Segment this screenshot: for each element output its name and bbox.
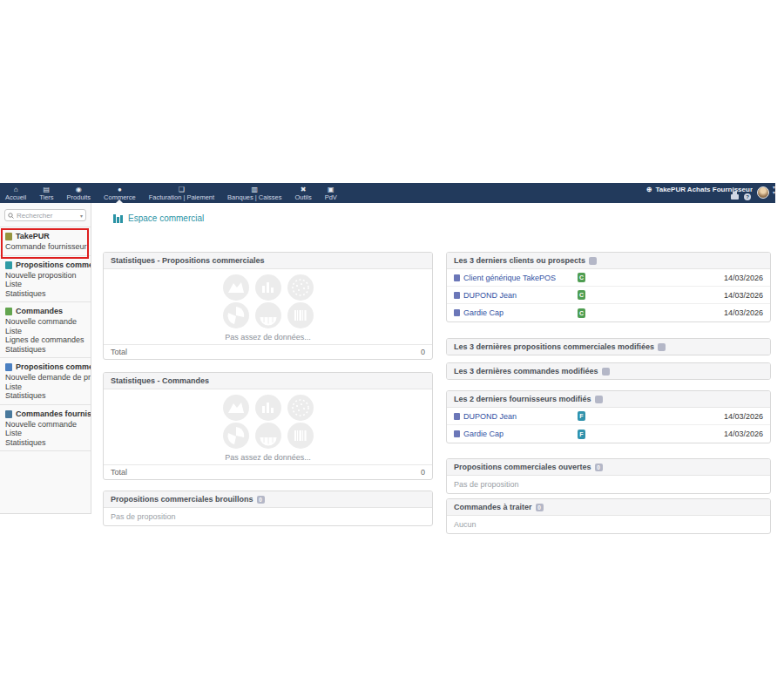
box-title: Commandes à traiter bbox=[454, 503, 532, 511]
sidebar-section-heading[interactable]: Commandes fournisseurs bbox=[5, 409, 91, 420]
total-label: Total bbox=[111, 348, 127, 356]
main-menu: ⌂ Accueil ▤ Tiers ◉ Produits ● Commerce … bbox=[5, 183, 337, 203]
sidebar-section-heading[interactable]: TakePUR bbox=[5, 231, 91, 242]
application-window: ⌂ Accueil ▤ Tiers ◉ Produits ● Commerce … bbox=[0, 183, 775, 514]
client-name: Gardie Cap bbox=[463, 308, 504, 317]
chevron-down-icon: ▾ bbox=[773, 190, 775, 195]
menu-item-facturation[interactable]: ❏ Facturation | Paiement bbox=[149, 183, 214, 203]
row-date: 14/03/2026 bbox=[711, 274, 763, 282]
customer-status-badge: C bbox=[578, 290, 585, 300]
sidebar-item-lignes-de-commandes[interactable]: Lignes de commandes bbox=[5, 335, 91, 345]
page-title: Espace commercial bbox=[113, 213, 204, 223]
caret-down-icon[interactable]: ▾ bbox=[80, 213, 83, 219]
total-label: Total bbox=[111, 468, 127, 477]
box-title: Les 3 dernières propositions commerciale… bbox=[454, 342, 654, 351]
box-header: Commandes à traiter 0 bbox=[447, 499, 770, 516]
sidebar-section-commandes: Commandes Nouvelle commande Liste Lignes… bbox=[0, 301, 91, 357]
cart-icon: ● bbox=[118, 186, 122, 193]
supplier-name: Gardie Cap bbox=[463, 430, 504, 438]
sidebar-item-statistiques[interactable]: Statistiques bbox=[5, 345, 91, 355]
table-row: Gardie Cap C 14/03/2026 bbox=[447, 304, 770, 321]
help-icon[interactable]: ? bbox=[744, 193, 751, 200]
sidebar-item-liste[interactable]: Liste bbox=[5, 429, 91, 438]
supplier-order-icon bbox=[5, 410, 12, 418]
no-data-text: Pas assez de données... bbox=[104, 453, 432, 462]
module-takepur-icon bbox=[5, 233, 12, 240]
customer-status-badge: C bbox=[578, 308, 585, 318]
barcode-chart-icon bbox=[287, 302, 314, 328]
sidebar-item-nouvelle-commande[interactable]: Nouvelle commande bbox=[5, 317, 91, 327]
menu-item-banques[interactable]: ▥ Banques | Caisses bbox=[227, 183, 281, 203]
user-menu-chevrons[interactable]: ▾ ▾ bbox=[773, 185, 775, 195]
sidebar-section-heading[interactable]: Propositions commerciales bbox=[5, 260, 91, 271]
last-clients-box: Les 3 derniers clients ou prospects Clie… bbox=[446, 252, 771, 322]
menu-item-label: Outils bbox=[295, 193, 312, 201]
last-orders-modified-box: Les 3 dernières commandes modifiées bbox=[446, 362, 771, 380]
row-date: 14/03/2026 bbox=[711, 291, 763, 300]
row-date: 14/03/2026 bbox=[711, 430, 763, 438]
sidebar-heading-label: Commandes bbox=[16, 306, 63, 317]
proposal-icon bbox=[5, 261, 12, 269]
row-date: 14/03/2026 bbox=[711, 308, 763, 317]
sidebar-item-liste[interactable]: Liste bbox=[5, 280, 91, 289]
box-title: Les 3 dernières commandes modifiées bbox=[454, 367, 598, 376]
chart-placeholder: Pas assez de données... bbox=[104, 269, 432, 344]
sidebar-item-commande-fournisseur[interactable]: Commande fournisseur bbox=[5, 242, 91, 252]
sidebar-item-nouvelle-demande-de-prix[interactable]: Nouvelle demande de prix bbox=[5, 373, 91, 382]
menu-item-accueil[interactable]: ⌂ Accueil bbox=[5, 183, 26, 203]
total-value: 0 bbox=[421, 468, 425, 477]
client-link[interactable]: Client générique TakePOS bbox=[454, 274, 578, 282]
menu-item-label: PdV bbox=[325, 193, 337, 201]
client-link[interactable]: DUPOND Jean bbox=[454, 291, 578, 300]
products-icon: ◉ bbox=[76, 186, 82, 193]
sidebar-section-heading[interactable]: Propositions commerciale ... bbox=[5, 362, 91, 373]
supplier-status-badge: F bbox=[578, 411, 585, 421]
supplier-link[interactable]: Gardie Cap bbox=[454, 430, 578, 438]
chart-placeholder: Pas assez de données... bbox=[104, 389, 432, 464]
sidebar-item-statistiques[interactable]: Statistiques bbox=[5, 391, 91, 401]
stats-proposals-box: Statistiques - Propositions commerciales… bbox=[103, 252, 433, 360]
sidebar-item-statistiques[interactable]: Statistiques bbox=[5, 438, 91, 448]
sidebar-item-nouvelle-commande[interactable]: Nouvelle commande bbox=[5, 420, 91, 430]
sidebar-heading-label: Propositions commerciales bbox=[16, 260, 91, 271]
box-header: Statistiques - Propositions commerciales bbox=[104, 253, 432, 269]
menu-item-label: Tiers bbox=[39, 193, 53, 201]
topbar-quick-icons: ? bbox=[731, 193, 751, 200]
area-chart-icon bbox=[223, 395, 249, 421]
client-link[interactable]: Gardie Cap bbox=[454, 308, 578, 317]
sidebar-item-liste[interactable]: Liste bbox=[5, 327, 91, 336]
row-date: 14/03/2026 bbox=[711, 412, 763, 421]
box-header: Propositions commerciales ouvertes 0 bbox=[447, 459, 770, 476]
menu-item-pdv[interactable]: ▣ PdV bbox=[325, 183, 337, 203]
box-header: Les 2 derniers fournisseurs modifiés bbox=[447, 391, 770, 408]
print-icon[interactable] bbox=[731, 194, 739, 200]
sidebar-item-statistiques[interactable]: Statistiques bbox=[5, 289, 91, 299]
menu-item-produits[interactable]: ◉ Produits bbox=[67, 183, 91, 203]
sidebar-section-heading[interactable]: Commandes bbox=[5, 306, 91, 317]
search-input[interactable]: Rechercher ▾ bbox=[4, 209, 86, 221]
last-proposals-modified-box: Les 3 dernières propositions commerciale… bbox=[446, 338, 771, 355]
count-badge bbox=[589, 257, 597, 265]
supplier-link[interactable]: DUPOND Jean bbox=[454, 412, 578, 421]
sidebar-section-takepur: TakePUR Commande fournisseur bbox=[0, 227, 91, 255]
page-title-label: Espace commercial bbox=[128, 213, 204, 223]
orders-to-process-box: Commandes à traiter 0 Aucun bbox=[446, 498, 771, 534]
dome-chart-icon bbox=[255, 423, 281, 449]
client-name: Client générique TakePOS bbox=[463, 274, 556, 282]
sidebar-section-propositions-fournisseurs: Propositions commerciale ... Nouvelle de… bbox=[0, 357, 91, 404]
table-row: Client générique TakePOS C 14/03/2026 bbox=[447, 269, 770, 287]
user-avatar[interactable] bbox=[757, 186, 769, 199]
search-icon bbox=[8, 213, 14, 219]
table-row: Gardie Cap F 14/03/2026 bbox=[447, 425, 770, 443]
count-badge: 0 bbox=[536, 504, 544, 511]
box-header: Les 3 derniers clients ou prospects bbox=[447, 253, 770, 269]
menu-item-outils[interactable]: ✖ Outils bbox=[295, 183, 312, 203]
menu-item-commerce[interactable]: ● Commerce bbox=[104, 183, 136, 203]
open-proposals-box: Propositions commerciales ouvertes 0 Pas… bbox=[446, 458, 771, 494]
sidebar-item-liste[interactable]: Liste bbox=[5, 382, 91, 392]
sidebar-item-nouvelle-proposition[interactable]: Nouvelle proposition bbox=[5, 271, 91, 281]
area-chart-icon bbox=[223, 274, 249, 301]
box-title: Propositions commerciales brouillons bbox=[111, 495, 253, 504]
sidebar-section-propositions-commerciales: Propositions commerciales Nouvelle propo… bbox=[0, 255, 91, 302]
menu-item-tiers[interactable]: ▤ Tiers bbox=[39, 183, 53, 203]
